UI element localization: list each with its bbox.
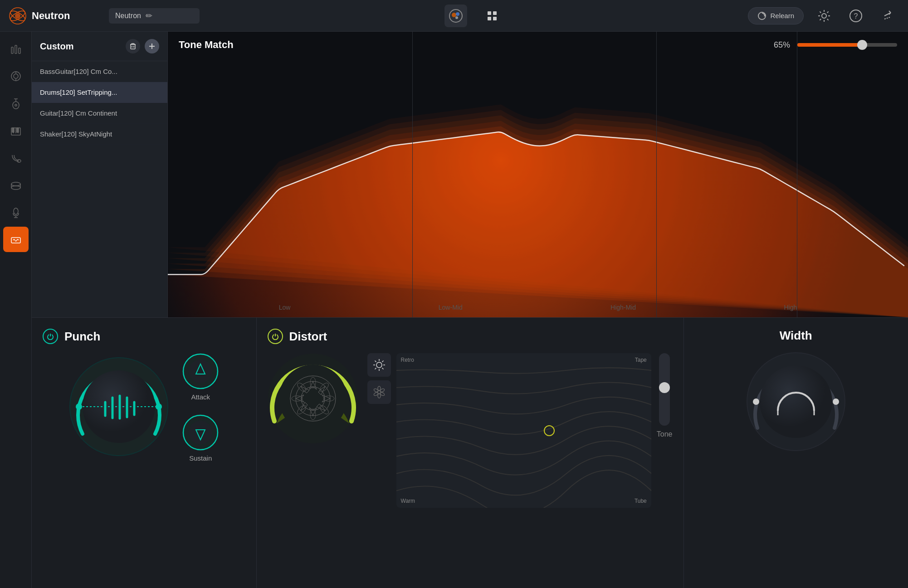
distort-label-tube: Tube (635, 498, 647, 504)
piano-icon (10, 124, 22, 137)
tone-match-slider[interactable] (797, 43, 897, 47)
help-icon: ? (849, 9, 863, 23)
sustain-knob[interactable] (182, 414, 219, 451)
svg-point-6 (456, 12, 459, 16)
punch-knob[interactable] (69, 357, 169, 458)
link-button[interactable] (876, 5, 899, 27)
svg-point-99 (833, 398, 839, 405)
spectrum-icon-btn[interactable] (444, 5, 467, 27)
width-module: Width (684, 318, 908, 588)
svg-rect-42 (11, 238, 20, 243)
punch-module: Punch (32, 318, 257, 588)
attack-knob[interactable] (182, 353, 219, 389)
sidebar-item-vocal[interactable] (3, 199, 29, 225)
flower-icon (372, 385, 386, 399)
sidebar-item-eq[interactable] (3, 36, 29, 62)
distort-type-btn-1[interactable] (367, 353, 391, 377)
trash-icon (129, 43, 137, 50)
drums-icon (10, 179, 22, 191)
svg-rect-11 (493, 17, 497, 20)
tone-slider[interactable] (659, 353, 670, 426)
grid-icon-btn[interactable] (481, 5, 503, 27)
svg-rect-8 (488, 11, 491, 15)
plus-icon (148, 43, 156, 50)
panel-title: Custom (40, 41, 73, 52)
punch-power-button[interactable] (43, 329, 58, 344)
sidebar-item-brass[interactable] (3, 145, 29, 170)
svg-point-67 (279, 364, 347, 432)
distort-knob[interactable] (268, 353, 358, 444)
distort-corner-labels-top: Retro Tape (396, 357, 651, 363)
preset-item[interactable]: Shaker[120] SkyAtNight (32, 124, 167, 145)
punch-title: Punch (64, 330, 100, 344)
app-title: Neutron (32, 10, 70, 22)
sidebar (0, 32, 32, 588)
svg-point-14 (822, 14, 826, 18)
svg-point-7 (455, 16, 458, 19)
preset-list: BassGuitar[120] Cm Co... Drums[120] SetT… (32, 61, 167, 317)
freq-labels: Low Low-Mid High-Mid High (168, 304, 908, 311)
preset-box[interactable]: Neutron ✏ (109, 8, 200, 24)
link-icon (881, 9, 894, 23)
width-knob-wrap[interactable] (746, 352, 846, 453)
relearn-button[interactable]: Relearn (748, 7, 804, 24)
svg-line-85 (382, 368, 383, 369)
distort-title: Distort (289, 330, 327, 344)
distort-grid-area: Retro Tape Warm Tube (367, 353, 673, 508)
sidebar-item-tone[interactable] (3, 227, 29, 252)
sunburst-icon (372, 358, 386, 372)
sidebar-item-drums[interactable] (3, 172, 29, 198)
relearn-label: Relearn (770, 12, 794, 19)
punch-knob-svg (69, 357, 169, 457)
svg-point-39 (14, 208, 18, 214)
distort-label-retro: Retro (401, 357, 414, 363)
add-preset-button[interactable] (145, 39, 159, 53)
freq-label-low: Low (279, 304, 291, 311)
sidebar-item-guitar[interactable] (3, 91, 29, 116)
svg-point-25 (15, 104, 17, 106)
sidebar-item-piano[interactable] (3, 118, 29, 143)
svg-point-58 (156, 403, 162, 410)
preset-item[interactable]: Drums[120] SetTripping... (32, 82, 167, 103)
brass-icon (10, 151, 22, 164)
distort-grid[interactable]: Retro Tape Warm Tube (396, 353, 651, 508)
compressor-icon (10, 70, 22, 83)
sidebar-item-compressor[interactable] (3, 63, 29, 89)
svg-rect-10 (488, 17, 491, 20)
svg-rect-95 (396, 353, 651, 508)
tone-label: Tone (657, 430, 673, 438)
panel-header: Custom (32, 32, 167, 61)
preset-item[interactable]: Guitar[120] Cm Continent (32, 103, 167, 124)
distort-power-button[interactable] (268, 329, 283, 344)
grid-icon (484, 8, 500, 24)
svg-point-35 (11, 182, 20, 186)
svg-point-5 (452, 13, 456, 17)
svg-point-24 (13, 102, 19, 109)
neutron-logo-icon (9, 7, 26, 24)
tone-slider-thumb[interactable] (659, 382, 670, 393)
settings-button[interactable] (813, 5, 835, 27)
svg-rect-18 (15, 45, 17, 53)
svg-point-38 (11, 186, 20, 190)
delete-preset-button[interactable] (126, 39, 140, 53)
attack-label: Attack (191, 393, 210, 401)
svg-line-86 (375, 368, 376, 369)
main-layout: Custom (0, 32, 908, 588)
distort-type-btn-2[interactable] (367, 380, 391, 404)
edit-icon[interactable]: ✏ (146, 11, 152, 21)
preset-item[interactable]: BassGuitar[120] Cm Co... (32, 61, 167, 82)
spectrum-icon (448, 8, 464, 24)
help-button[interactable]: ? (845, 5, 867, 27)
svg-point-97 (760, 365, 832, 438)
viz-percentage: 65% (774, 40, 790, 50)
vocal-icon (10, 206, 22, 219)
settings-icon (817, 9, 831, 23)
svg-point-57 (76, 403, 82, 410)
svg-line-84 (375, 361, 376, 362)
svg-rect-9 (493, 11, 497, 15)
width-module-header: Width (695, 329, 898, 343)
distort-selector-dot[interactable] (544, 425, 555, 436)
width-knob-svg (746, 352, 846, 452)
top-section: Custom (32, 32, 908, 317)
svg-rect-43 (131, 44, 135, 49)
